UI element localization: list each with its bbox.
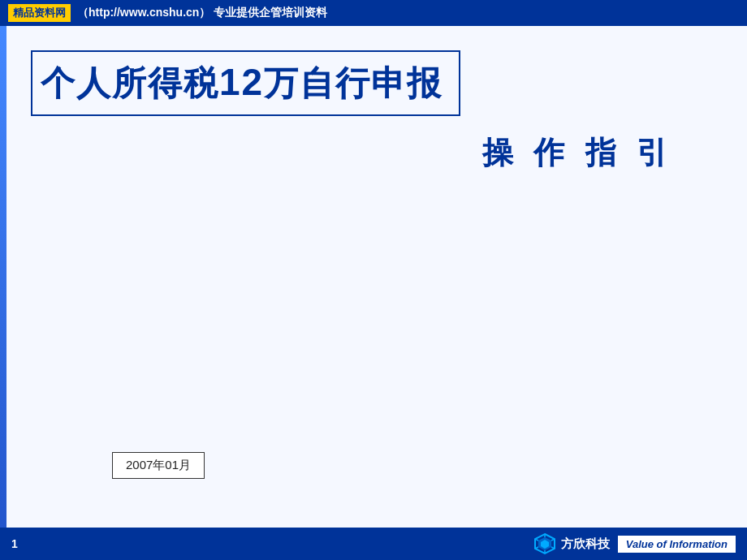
slide-subtitle: 操 作 指 引: [482, 136, 675, 170]
page-number: 1: [11, 537, 18, 550]
company-logo: 方欣科技: [533, 532, 610, 555]
subtitle-area: 操 作 指 引: [31, 132, 723, 174]
site-highlight: 精品资料网: [8, 4, 71, 22]
title-box: 个人所得税12万自行申报: [31, 50, 460, 116]
top-banner: 精品资料网 （http://www.cnshu.cn） 专业提供企管培训资料: [0, 0, 747, 26]
logo-icon: [533, 532, 556, 555]
title-number: 12: [219, 61, 264, 103]
company-name: 方欣科技: [561, 536, 610, 552]
slide-content: 个人所得税12万自行申报 操 作 指 引 2007年01月: [6, 26, 747, 528]
date-box: 2007年01月: [112, 452, 205, 479]
slide-title: 个人所得税12万自行申报: [41, 64, 443, 102]
value-badge: Value of Information: [618, 536, 736, 553]
date-label: 2007年01月: [126, 458, 191, 472]
left-accent-bar: [0, 26, 6, 528]
main-area: 个人所得税12万自行申报 操 作 指 引 2007年01月: [0, 26, 747, 528]
footer: 1 方欣科技 Value of Information: [0, 528, 747, 560]
footer-right: 方欣科技 Value of Information: [533, 532, 736, 555]
site-description: （http://www.cnshu.cn） 专业提供企管培训资料: [77, 6, 327, 20]
